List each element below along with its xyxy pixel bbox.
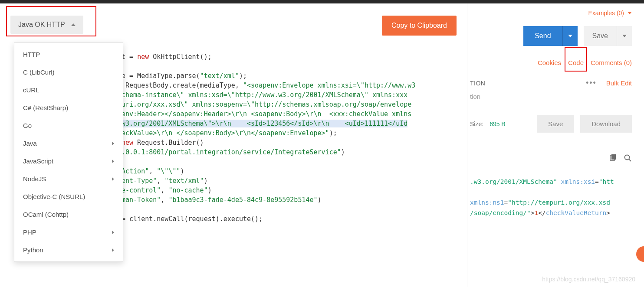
examples-row: Examples (0) <box>467 3 644 16</box>
size-value: 695 B <box>490 121 506 127</box>
params-value-row: tion <box>467 88 644 100</box>
window-titlebar <box>0 0 644 3</box>
dropdown-item-java[interactable]: Java <box>14 134 123 152</box>
code-snippet: t = new OkHttpClient(); e = MediaType.pa… <box>122 52 456 224</box>
chevron-right-icon <box>112 177 114 181</box>
dropdown-item-javascript[interactable]: JavaScript <box>14 152 123 170</box>
param-value-fragment[interactable]: tion <box>470 93 480 100</box>
column-header-fragment: TION <box>470 80 586 87</box>
caret-down-icon <box>622 35 627 37</box>
chevron-right-icon <box>112 142 114 145</box>
dropdown-item-objc[interactable]: Objective-C (NSURL) <box>14 188 123 205</box>
save-button-group: Save <box>584 26 632 46</box>
comments-link[interactable]: Comments (0) <box>591 59 632 66</box>
dropdown-item-go[interactable]: Go <box>14 117 123 134</box>
code-link[interactable]: Code <box>568 59 584 66</box>
search-icon[interactable] <box>624 154 632 163</box>
chevron-right-icon <box>112 248 114 252</box>
size-label: Size: <box>470 121 483 127</box>
language-label: Java OK HTTP <box>18 21 65 29</box>
copy-button[interactable]: Copy to Clipboard <box>382 16 457 36</box>
chevron-right-icon <box>112 231 114 234</box>
cookies-link[interactable]: Cookies <box>538 59 561 66</box>
watermark: https://blog.csdn.net/qq_37160920 <box>542 276 635 283</box>
dropdown-item-libcurl[interactable]: C (LibCurl) <box>14 63 123 81</box>
dropdown-item-curl[interactable]: cURL <box>14 81 123 99</box>
send-dropdown[interactable] <box>562 26 578 46</box>
send-button[interactable]: Send <box>523 26 562 46</box>
caret-up-icon <box>71 23 76 26</box>
download-button[interactable]: Download <box>580 115 632 133</box>
more-options-icon[interactable]: ••• <box>586 78 597 88</box>
svg-rect-1 <box>611 154 616 160</box>
dropdown-item-php[interactable]: PHP <box>14 223 123 241</box>
modal-header: Java OK HTTP Copy to Clipboard <box>10 16 457 36</box>
bulk-edit-link[interactable]: Bulk Edit <box>606 79 632 87</box>
dropdown-item-nodejs[interactable]: NodeJS <box>14 170 123 188</box>
save-dropdown[interactable] <box>617 26 632 46</box>
response-tools-row <box>467 133 644 163</box>
main-panel: Examples (0) Send Save Cookies Code Comm… <box>467 3 644 287</box>
dropdown-item-restsharp[interactable]: C# (RestSharp) <box>14 99 123 117</box>
chevron-right-icon <box>112 160 114 163</box>
language-select-wrap: Java OK HTTP <box>10 16 83 34</box>
examples-link[interactable]: Examples (0) <box>588 10 632 16</box>
language-dropdown-trigger[interactable]: Java OK HTTP <box>10 16 83 34</box>
save-button[interactable]: Save <box>584 26 617 46</box>
params-header-row: TION ••• Bulk Edit <box>467 66 644 88</box>
copy-icon[interactable] <box>609 154 617 163</box>
send-button-group: Send <box>523 26 577 46</box>
dropdown-item-ocaml[interactable]: OCaml (Cohttp) <box>14 205 123 223</box>
dropdown-item-python[interactable]: Python <box>14 241 123 259</box>
response-body[interactable]: .w3.org/2001/XMLSchema" xmlns:xsi="htt x… <box>467 163 644 218</box>
request-links-row: Cookies Code Comments (0) <box>467 46 644 66</box>
response-meta-row: Size: 695 B Save Download <box>467 100 644 133</box>
action-button-row: Send Save <box>467 16 644 46</box>
caret-down-icon <box>628 12 632 14</box>
language-dropdown-menu: HTTP C (LibCurl) cURL C# (RestSharp) Go … <box>14 42 123 262</box>
dropdown-item-http[interactable]: HTTP <box>14 46 123 63</box>
svg-point-2 <box>625 155 630 160</box>
save-response-button[interactable]: Save <box>537 115 574 133</box>
svg-line-3 <box>629 159 631 161</box>
caret-down-icon <box>568 35 572 37</box>
